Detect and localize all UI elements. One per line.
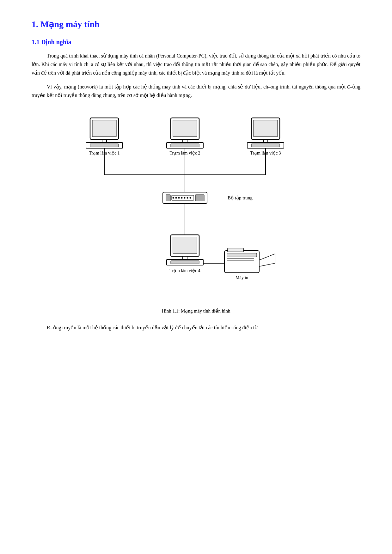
section-heading: 1.1 Định nghĩa [32, 38, 360, 46]
svg-rect-7 [183, 139, 187, 143]
svg-point-24 [173, 197, 174, 198]
svg-rect-31 [195, 195, 204, 201]
svg-rect-34 [173, 237, 197, 253]
svg-point-26 [178, 197, 180, 198]
svg-rect-4 [90, 144, 119, 147]
svg-point-29 [187, 197, 188, 198]
svg-rect-2 [102, 139, 107, 143]
network-diagram-svg: Trạm làm việc 1 Trạm làm việc 2 Trạm làm… [73, 108, 319, 304]
figure-caption: Hình 1.1: Mạng máy tính điển hình [162, 308, 230, 314]
svg-rect-6 [173, 120, 197, 137]
paragraph-1: Trong quá trình khai thác, sử dụng máy t… [32, 52, 360, 77]
svg-rect-1 [92, 120, 116, 137]
svg-rect-9 [171, 144, 199, 147]
label-printer: Máy in [236, 275, 248, 280]
svg-rect-40 [227, 253, 257, 257]
svg-rect-14 [251, 144, 280, 147]
label-hub: Bộ tập trung [228, 195, 253, 200]
svg-marker-44 [259, 254, 275, 266]
svg-rect-35 [183, 256, 187, 259]
svg-point-28 [184, 197, 186, 198]
svg-rect-11 [254, 120, 278, 137]
svg-rect-37 [171, 261, 199, 264]
svg-point-27 [181, 197, 183, 198]
main-title: 1. Mạng máy tính [32, 19, 360, 29]
paragraph-2: Vì vậy, mạng (network) là một tập hợp cá… [32, 82, 360, 100]
label-station4: Trạm làm việc 4 [169, 268, 200, 273]
svg-rect-22 [166, 195, 170, 201]
svg-rect-43 [228, 248, 243, 252]
svg-point-25 [175, 197, 177, 198]
network-figure: Trạm làm việc 1 Trạm làm việc 2 Trạm làm… [32, 108, 360, 320]
svg-point-30 [190, 197, 191, 198]
svg-rect-12 [263, 139, 268, 143]
paragraph-3: Đ–ờng truyền là một hệ thống các thiết b… [32, 323, 360, 332]
